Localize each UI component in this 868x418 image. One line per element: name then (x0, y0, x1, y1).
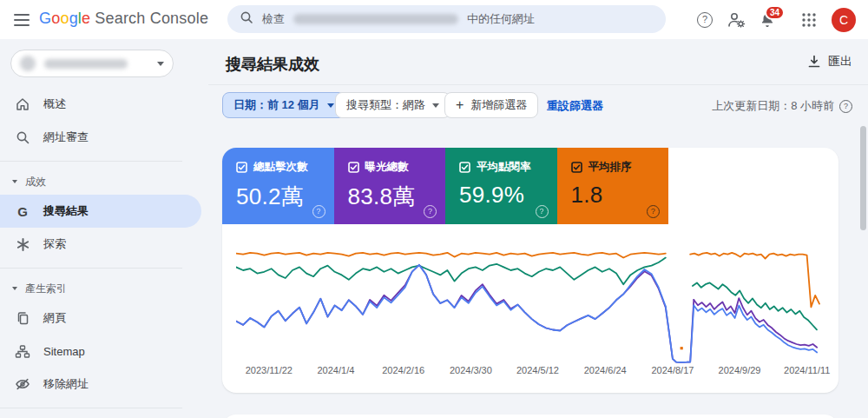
property-favicon (20, 56, 36, 71)
sidebar-item-label: 網址審查 (43, 129, 89, 145)
g-icon: G (14, 204, 31, 219)
sidebar-section-indexing[interactable]: 產生索引 (0, 275, 208, 302)
sidebar-section-performance[interactable]: 成效 (0, 169, 208, 195)
metric-tile-clicks[interactable]: 總點擊次數50.2萬? (222, 148, 334, 224)
metric-value: 83.8萬 (348, 182, 434, 212)
sidebar-section-label: 產生索引 (25, 282, 67, 296)
app-logo[interactable]: GoogleSearch Console (39, 10, 208, 28)
x-axis-tick-label: 2024/2/16 (365, 365, 443, 375)
user-settings-button[interactable] (720, 4, 752, 36)
sidebar-item-label: 概述 (43, 96, 66, 112)
title-divider (208, 84, 868, 85)
redacted-property-name (44, 59, 128, 69)
sidebar-item-sitemaps[interactable]: Sitemap (0, 335, 208, 368)
last-updated: 上次更新日期：8 小時前 ? (712, 98, 852, 114)
metric-tile-ctr[interactable]: 平均點閱率59.9%? (445, 148, 557, 224)
person-gear-icon (727, 11, 746, 29)
sidebar-divider (0, 161, 182, 162)
sidebar-item-overview[interactable]: 概述 (0, 88, 208, 121)
sidebar-item-label: 網頁 (43, 310, 66, 326)
sidebar-divider (0, 408, 182, 408)
metric-label: 平均排序 (589, 160, 632, 175)
add-filter-label: 新增篩選器 (470, 97, 527, 113)
sidebar-item-label: Sitemap (43, 345, 85, 358)
home-icon (14, 96, 31, 112)
series-line-平均點閱率 (236, 258, 666, 285)
export-label: 匯出 (828, 54, 852, 70)
sidebar-item-search-results[interactable]: G搜尋結果 (0, 195, 201, 228)
chevron-down-icon (12, 180, 17, 183)
add-filter-chip[interactable]: +新增篩選器 (444, 92, 538, 118)
download-icon (807, 55, 821, 69)
performance-line-chart[interactable] (236, 246, 825, 365)
notifications-button[interactable]: 34 (752, 4, 783, 36)
series-line-曝光總數 (666, 300, 694, 362)
sidebar-nav: 概述網址審查成效G搜尋結果探索產生索引網頁Sitemap移除網址體驗網站使用體驗… (0, 88, 208, 418)
search-type-filter-chip[interactable]: 搜尋類型：網路 (335, 92, 450, 118)
metric-tile-position[interactable]: 平均排序1.8? (557, 148, 669, 224)
sidebar: 概述網址審查成效G搜尋結果探索產生索引網頁Sitemap移除網址體驗網站使用體驗… (0, 39, 208, 418)
sidebar-item-label: 搜尋結果 (43, 203, 89, 219)
metric-tile-impressions[interactable]: 曝光總數83.8萬? (334, 148, 446, 224)
metric-value: 1.8 (571, 182, 657, 209)
pages-icon (14, 311, 31, 326)
metric-tiles: 總點擊次數50.2萬?曝光總數83.8萬?平均點閱率59.9%?平均排序1.8? (222, 148, 668, 224)
eye-off-icon (14, 377, 31, 391)
checkbox-checked-icon (571, 162, 582, 173)
search-prefix-label: 檢查 (262, 11, 285, 27)
notification-count-badge: 34 (765, 5, 785, 20)
search-icon (240, 10, 253, 28)
x-axis-tick-label: 2024/6/24 (566, 365, 644, 375)
metric-label: 總點擊次數 (253, 160, 308, 175)
x-axis-tick-label: 2024/5/12 (498, 365, 576, 375)
search-suffix-label: 中的任何網址 (467, 11, 535, 27)
help-button[interactable]: ? (689, 4, 720, 36)
asterisk-icon (14, 237, 31, 252)
help-icon[interactable]: ? (647, 205, 660, 218)
chevron-down-icon (432, 103, 439, 108)
sidebar-section-label: 成效 (25, 175, 46, 189)
series-line-總點擊次數 (666, 306, 694, 362)
sidebar-item-label: 移除網址 (43, 376, 89, 392)
series-line-平均排序 (690, 253, 819, 308)
hamburger-menu-icon[interactable] (12, 10, 31, 28)
chart-x-axis-labels: 2023/11/222024/1/42024/2/162024/3/302024… (222, 365, 838, 377)
vertical-scrollbar[interactable] (860, 126, 866, 230)
help-icon[interactable]: ? (424, 205, 437, 218)
help-icon[interactable]: ? (536, 205, 549, 218)
checkbox-checked-icon (236, 162, 247, 173)
sidebar-item-url-inspection[interactable]: 網址審查 (0, 121, 208, 154)
help-icon: ? (697, 12, 713, 28)
metric-value: 59.9% (459, 182, 545, 209)
metric-label: 平均點閱率 (477, 160, 531, 175)
inspect-url-search-input[interactable]: 檢查 中的任何網址 (227, 5, 666, 33)
sidebar-item-pages[interactable]: 網頁 (0, 302, 208, 335)
google-apps-button[interactable] (793, 4, 825, 36)
sidebar-divider (0, 268, 182, 269)
plus-icon: + (456, 97, 464, 113)
performance-chart-card: 總點擊次數50.2萬?曝光總數83.8萬?平均點閱率59.9%?平均排序1.8?… (222, 148, 838, 393)
app-root: GoogleSearch Console 檢查 中的任何網址 ? 34 C (0, 0, 868, 418)
x-axis-tick-label: 2024/1/4 (297, 365, 375, 375)
export-button[interactable]: 匯出 (807, 54, 852, 70)
apps-grid-icon (801, 12, 817, 28)
metric-value: 50.2萬 (236, 182, 322, 212)
property-selector[interactable] (10, 50, 174, 77)
account-avatar[interactable]: C (832, 8, 856, 32)
chevron-down-icon (12, 287, 17, 290)
x-axis-tick-label: 2024/9/29 (700, 365, 779, 375)
checkbox-checked-icon (459, 162, 470, 173)
chevron-down-icon (157, 62, 164, 66)
sidebar-item-removals[interactable]: 移除網址 (0, 368, 208, 401)
product-name: Search Console (95, 10, 208, 27)
sidebar-item-label: 探索 (43, 236, 66, 252)
search-icon (14, 130, 31, 145)
reset-filters-link[interactable]: 重設篩選器 (547, 98, 603, 114)
series-line-平均排序 (236, 253, 666, 258)
page-title: 搜尋結果成效 (226, 54, 319, 75)
metric-label: 曝光總數 (365, 160, 409, 175)
date-filter-chip[interactable]: 日期：前 12 個月 (222, 92, 345, 118)
info-icon[interactable]: ? (839, 100, 852, 113)
help-icon[interactable]: ? (312, 205, 326, 218)
sidebar-item-discover[interactable]: 探索 (0, 228, 208, 261)
